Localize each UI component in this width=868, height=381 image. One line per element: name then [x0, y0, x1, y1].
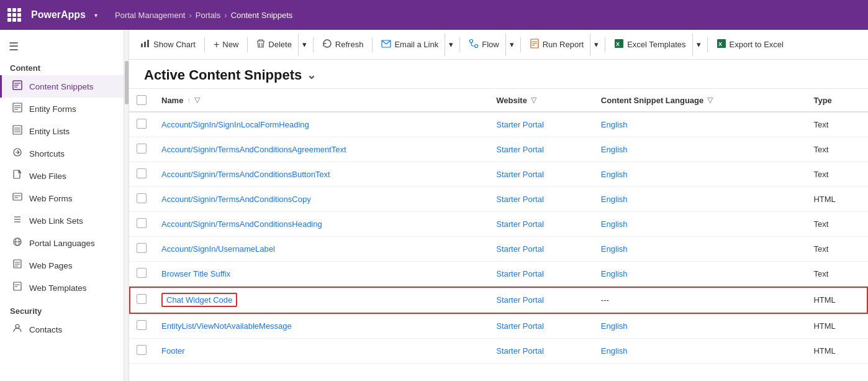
sidebar-section-security: Security — [0, 299, 124, 318]
sidebar-item-web-link-sets[interactable]: Web Link Sets — [0, 209, 124, 232]
row-checkbox[interactable] — [137, 320, 147, 330]
toolbar-divider-6 — [520, 37, 521, 52]
row-checkbox[interactable] — [137, 193, 147, 203]
row-checkbox[interactable] — [137, 243, 147, 253]
svg-point-30 — [16, 324, 19, 328]
filter-name-icon[interactable]: ▽ — [194, 96, 200, 104]
row-checkbox[interactable] — [137, 119, 147, 129]
row-name-link[interactable]: Account/Signin/TermsAndConditionsCopy — [161, 195, 311, 204]
sidebar-item-label: Web Pages — [29, 261, 73, 270]
sidebar-item-contacts[interactable]: Contacts — [0, 318, 124, 341]
row-type-cell: HTML — [806, 187, 868, 212]
sidebar-scrollbar-thumb[interactable] — [125, 61, 129, 104]
row-checkbox[interactable] — [137, 144, 147, 154]
row-checkbox[interactable] — [137, 294, 147, 304]
row-language-cell: English — [594, 112, 807, 137]
sidebar-item-web-pages[interactable]: Web Pages — [0, 254, 124, 277]
excel-templates-button[interactable]: X Excel Templates — [608, 34, 692, 56]
row-type-cell: Text — [806, 237, 868, 262]
hamburger-icon[interactable]: ☰ — [9, 40, 19, 53]
row-name-link[interactable]: Chat Widget Code — [161, 293, 237, 307]
sidebar-item-portal-languages[interactable]: Portal Languages — [0, 232, 124, 254]
row-checkbox[interactable] — [137, 345, 147, 355]
app-chevron[interactable]: ▾ — [94, 12, 97, 19]
email-link-button[interactable]: Email a Link — [375, 34, 445, 56]
row-language-cell: English — [594, 187, 807, 212]
row-name-link[interactable]: Browser Title Suffix — [161, 269, 230, 278]
row-name-link[interactable]: Account/Signin/TermsAndConditionsButtonT… — [161, 170, 330, 179]
breadcrumb-portals[interactable]: Portals — [196, 11, 220, 20]
row-name-link[interactable]: Account/SignIn/UsernameLabel — [161, 244, 275, 254]
row-name-link[interactable]: Footer — [161, 346, 185, 356]
row-website-link[interactable]: Starter Portal — [496, 244, 544, 254]
row-website-cell: Starter Portal — [489, 314, 594, 339]
sidebar-section-content: Content — [0, 56, 124, 75]
row-name-link[interactable]: Account/Signin/TermsAndConditionsHeading — [161, 219, 322, 229]
view-title: Active Content Snippets ⌄ — [144, 67, 853, 83]
sidebar-scrollbar[interactable] — [124, 30, 129, 381]
export-excel-icon: X — [717, 39, 726, 50]
sidebar-hamburger[interactable]: ☰ — [0, 35, 124, 56]
email-dropdown-button[interactable]: ▾ — [445, 34, 457, 56]
row-checkbox[interactable] — [137, 168, 147, 178]
run-report-button[interactable]: Run Report — [523, 34, 590, 56]
sort-icon[interactable]: ↑ — [187, 96, 191, 104]
sidebar-item-label: Portal Languages — [29, 239, 95, 248]
new-button[interactable]: + New — [207, 34, 245, 56]
row-name-link[interactable]: Account/Signin/TermsAndConditionsAgreeme… — [161, 145, 346, 154]
row-website-link[interactable]: Starter Portal — [496, 321, 544, 331]
app-name[interactable]: PowerApps — [31, 9, 86, 21]
col-language: Content Snippet Language ▽ — [594, 89, 807, 112]
flow-icon — [469, 39, 479, 50]
excel-templates-dropdown-button[interactable]: ▾ — [692, 34, 705, 56]
flow-button[interactable]: Flow — [463, 34, 505, 56]
row-name-cell: Account/Signin/TermsAndConditionsButtonT… — [154, 162, 489, 187]
view-title-bar: Active Content Snippets ⌄ — [129, 60, 868, 89]
row-website-link[interactable]: Starter Portal — [496, 346, 544, 356]
row-name-link[interactable]: EntityList/ViewNotAvailableMessage — [161, 321, 292, 331]
row-name-link[interactable]: Account/SignIn/SignInLocalFormHeading — [161, 120, 309, 129]
filter-language-icon[interactable]: ▽ — [707, 96, 713, 104]
row-language-cell: English — [594, 339, 807, 364]
run-report-dropdown-button[interactable]: ▾ — [590, 34, 602, 56]
sidebar-item-entity-lists[interactable]: Entity Lists — [0, 120, 124, 142]
row-website-link[interactable]: Starter Portal — [496, 195, 544, 204]
filter-website-icon[interactable]: ▽ — [531, 96, 536, 104]
breadcrumb-portal-management[interactable]: Portal Management — [115, 11, 185, 20]
breadcrumb-current: Content Snippets — [231, 11, 293, 20]
svg-point-35 — [470, 40, 473, 43]
flow-dropdown-button[interactable]: ▾ — [505, 34, 518, 56]
select-all-checkbox[interactable] — [137, 95, 147, 105]
new-button-group: + New — [207, 34, 245, 56]
sidebar-item-label: Web Forms — [29, 194, 73, 203]
row-name-cell: Account/Signin/TermsAndConditionsHeading — [154, 212, 489, 237]
row-checkbox[interactable] — [137, 268, 147, 278]
row-website-link[interactable]: Starter Portal — [496, 145, 544, 154]
sidebar-item-web-forms[interactable]: Web Forms — [0, 187, 124, 209]
col-name: Name ↑ ▽ — [154, 89, 489, 112]
refresh-button[interactable]: Refresh — [316, 34, 370, 56]
sidebar-item-web-files[interactable]: Web Files — [0, 165, 124, 187]
sidebar-item-shortcuts[interactable]: Shortcuts — [0, 142, 124, 165]
row-language-cell: English — [594, 162, 807, 187]
delete-button[interactable]: Delete — [250, 34, 298, 56]
row-website-link[interactable]: Starter Portal — [496, 170, 544, 179]
sidebar-item-entity-forms[interactable]: Entity Forms — [0, 98, 124, 120]
table-row: Account/Signin/TermsAndConditionsButtonT… — [129, 162, 868, 187]
sidebar-item-content-snippets[interactable]: Content Snippets — [0, 75, 124, 98]
row-language-cell: English — [594, 137, 807, 162]
toolbar-divider-4 — [372, 37, 373, 52]
delete-dropdown-button[interactable]: ▾ — [298, 34, 310, 56]
sidebar-item-web-templates[interactable]: Web Templates — [0, 277, 124, 299]
row-language-cell: English — [594, 212, 807, 237]
view-title-dropdown[interactable]: ⌄ — [307, 68, 316, 82]
export-to-excel-button[interactable]: X Export to Excel — [710, 34, 790, 56]
row-website-link[interactable]: Starter Portal — [496, 219, 544, 229]
row-website-link[interactable]: Starter Portal — [496, 269, 544, 278]
waffle-icon[interactable] — [7, 8, 21, 22]
row-website-link[interactable]: Starter Portal — [496, 295, 544, 305]
row-checkbox[interactable] — [137, 218, 147, 228]
row-website-link[interactable]: Starter Portal — [496, 120, 544, 129]
row-language-value: English — [601, 244, 628, 254]
show-chart-button[interactable]: Show Chart — [134, 34, 202, 56]
